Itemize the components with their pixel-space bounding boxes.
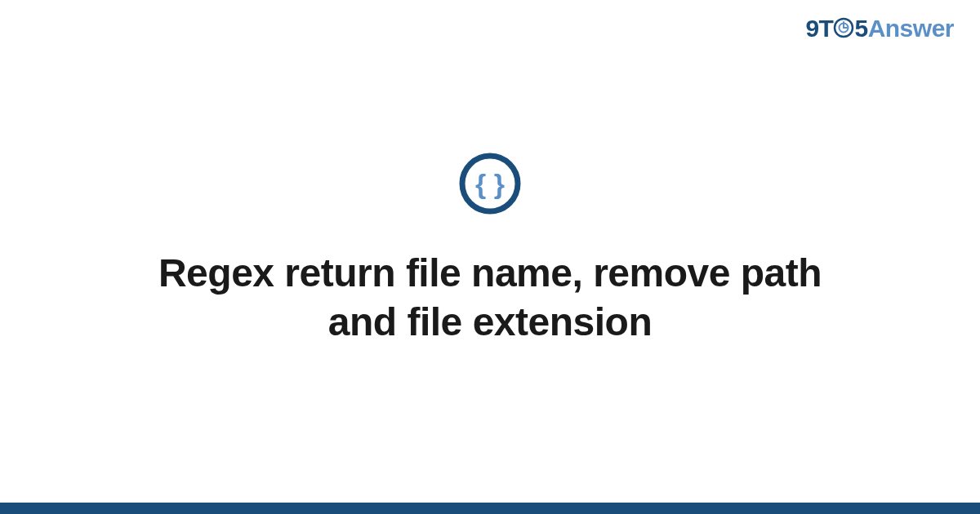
main-content: { } Regex return file name, remove path … xyxy=(0,0,980,514)
curly-braces-icon: { } xyxy=(457,151,523,216)
svg-text:{ }: { } xyxy=(475,168,505,199)
footer-accent-bar xyxy=(0,503,980,514)
page-title: Regex return file name, remove path and … xyxy=(122,249,858,347)
category-icon: { } xyxy=(457,151,523,219)
